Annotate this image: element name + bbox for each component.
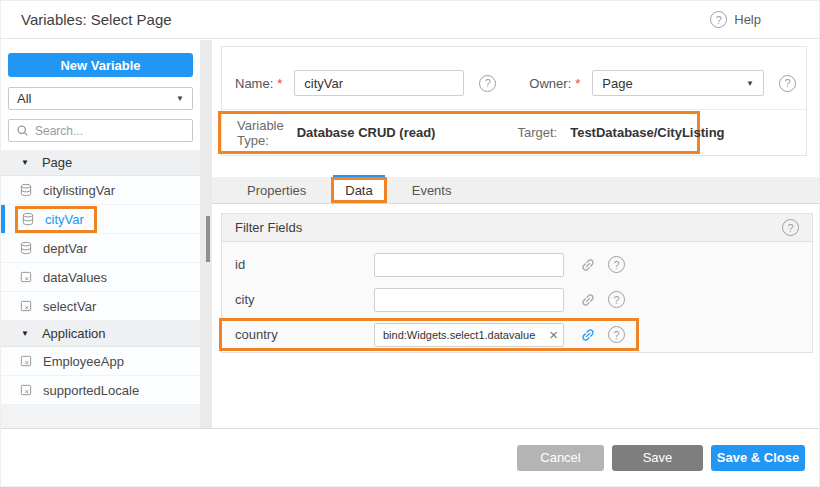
owner-help-icon[interactable]: ? <box>779 75 796 92</box>
sidebar-item-EmployeeApp[interactable]: EmployeeApp <box>1 347 200 376</box>
sidebar-item-label: EmployeeApp <box>43 354 124 369</box>
filter-fields-title: Filter Fields <box>235 220 302 235</box>
help-link[interactable]: ? Help <box>710 11 761 28</box>
filter-row-country: country bind:Widgets.select1.datavalue ×… <box>222 317 812 352</box>
help-icon: ? <box>710 11 727 28</box>
model-variable-icon <box>19 383 33 397</box>
database-icon <box>19 183 33 197</box>
variable-type-label: Variable Type: <box>237 118 284 148</box>
sidebar-item-selectVar[interactable]: selectVar <box>1 292 200 321</box>
variable-filter-select[interactable]: All ▼ <box>8 87 193 110</box>
section-label: Page <box>42 155 72 170</box>
model-variable-icon <box>19 354 33 368</box>
sidebar-section-page[interactable]: ▼ Page <box>1 150 200 176</box>
field-help-icon[interactable]: ? <box>608 256 625 273</box>
bind-link-icon[interactable] <box>580 257 596 273</box>
sidebar-section-application[interactable]: ▼ Application <box>1 321 200 347</box>
id-field-input[interactable] <box>374 253 564 277</box>
filter-rows: id ? city <box>222 242 812 352</box>
variables-sidebar: New Variable All ▼ ▼ Page citylistingVar <box>1 40 200 428</box>
required-marker: * <box>575 76 580 91</box>
sidebar-footer-strip <box>1 405 200 428</box>
filter-fields-header: Filter Fields ? <box>222 214 812 242</box>
filter-row-id: id ? <box>222 247 812 282</box>
model-variable-icon <box>19 299 33 313</box>
dialog-footer: Cancel Save Save & Close <box>1 428 819 486</box>
field-label: city <box>235 292 374 307</box>
new-variable-button[interactable]: New Variable <box>8 53 193 77</box>
search-icon <box>16 124 29 137</box>
detail-tab-bar: Properties Data Events <box>212 177 819 204</box>
sidebar-item-label: deptVar <box>43 241 88 256</box>
save-and-close-button[interactable]: Save & Close <box>711 445 805 471</box>
filter-fields-panel: Filter Fields ? id ? city <box>221 213 813 353</box>
bind-link-icon[interactable] <box>580 292 596 308</box>
sidebar-item-label: supportedLocale <box>43 383 139 398</box>
tab-events[interactable]: Events <box>394 177 470 203</box>
target-value: TestDatabase/CityListing <box>570 125 724 140</box>
sidebar-scrollbar-thumb[interactable] <box>206 216 210 262</box>
name-help-icon[interactable]: ? <box>479 75 496 92</box>
country-field-input[interactable]: bind:Widgets.select1.datavalue × <box>374 323 564 347</box>
name-owner-row: Name: * ? Owner: * Page ▼ ? <box>235 70 796 96</box>
variables-dialog: Variables: Select Page ? Help New Variab… <box>0 0 820 487</box>
variable-filter-value: All <box>17 91 31 106</box>
sidebar-item-cityVar[interactable]: cityVar <box>1 205 200 234</box>
target-label: Target: <box>517 125 557 140</box>
database-icon <box>21 212 35 226</box>
chevron-down-icon: ▼ <box>176 94 184 103</box>
database-icon <box>19 241 33 255</box>
annotation-outline: cityVar <box>15 206 97 233</box>
bind-expression: bind:Widgets.select1.datavalue <box>383 329 546 341</box>
triangle-down-icon: ▼ <box>21 158 29 167</box>
required-marker: * <box>277 76 282 91</box>
dialog-header: Variables: Select Page ? Help <box>1 1 819 39</box>
variable-summary-card: Name: * ? Owner: * Page ▼ ? Variable Typ… <box>221 46 807 156</box>
variable-type-annotation-box: Variable Type: Database CRUD (read) Targ… <box>218 111 700 154</box>
help-label: Help <box>734 12 761 27</box>
cancel-button[interactable]: Cancel <box>517 445 604 471</box>
bind-link-icon[interactable] <box>580 327 596 343</box>
sidebar-item-label: cityVar <box>45 212 84 227</box>
field-label: id <box>235 257 374 272</box>
field-help-icon[interactable]: ? <box>608 291 625 308</box>
field-label: country <box>235 327 374 342</box>
filter-row-city: city ? <box>222 282 812 317</box>
section-label: Application <box>42 326 106 341</box>
city-field-input[interactable] <box>374 288 564 312</box>
filter-fields-help-icon[interactable]: ? <box>782 219 799 236</box>
sidebar-item-supportedLocale[interactable]: supportedLocale <box>1 376 200 405</box>
sidebar-item-label: citylistingVar <box>43 183 115 198</box>
name-input[interactable] <box>294 70 464 96</box>
variable-detail-panel: Name: * ? Owner: * Page ▼ ? Variable Typ… <box>212 40 819 428</box>
model-variable-icon <box>19 270 33 284</box>
search-input[interactable] <box>35 124 185 138</box>
save-button[interactable]: Save <box>612 445 703 471</box>
triangle-down-icon: ▼ <box>21 329 29 338</box>
field-help-icon[interactable]: ? <box>608 326 625 343</box>
clear-binding-icon[interactable]: × <box>549 327 558 342</box>
sidebar-item-label: dataValues <box>43 270 107 285</box>
divider <box>222 109 806 110</box>
owner-label: Owner: <box>529 76 571 91</box>
name-label: Name: <box>235 76 273 91</box>
search-box[interactable] <box>8 119 193 142</box>
owner-select[interactable]: Page ▼ <box>592 70 764 96</box>
chevron-down-icon: ▼ <box>746 79 754 88</box>
tab-data[interactable]: Data <box>331 177 386 203</box>
tab-properties[interactable]: Properties <box>229 177 324 203</box>
page-title: Variables: Select Page <box>21 11 172 28</box>
variable-type-value: Database CRUD (read) <box>297 125 436 140</box>
sidebar-item-citylistingVar[interactable]: citylistingVar <box>1 176 200 205</box>
sidebar-item-dataValues[interactable]: dataValues <box>1 263 200 292</box>
sidebar-item-label: selectVar <box>43 299 96 314</box>
sidebar-item-deptVar[interactable]: deptVar <box>1 234 200 263</box>
owner-value: Page <box>602 76 632 91</box>
sidebar-scrollbar-track[interactable] <box>200 40 212 428</box>
